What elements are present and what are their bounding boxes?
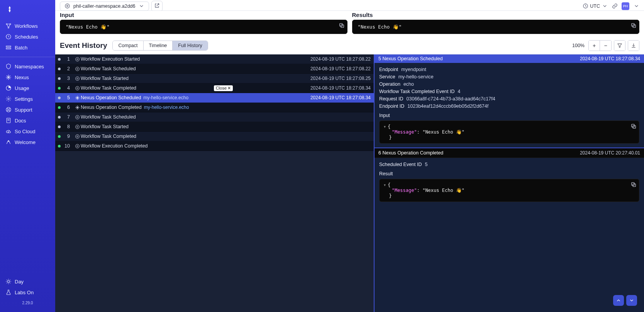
event-name: Workflow Task Scheduled bbox=[81, 66, 138, 71]
day-icon bbox=[5, 278, 12, 285]
workflow-icon bbox=[74, 76, 81, 81]
svg-point-34 bbox=[76, 126, 78, 127]
event-number: 1 bbox=[63, 56, 74, 62]
detail-header-2: 6 Nexus Operation Completed 2024-08-19 U… bbox=[375, 148, 644, 158]
sidebar-item-batch[interactable]: Batch bbox=[0, 42, 55, 53]
zoom-out-button[interactable]: − bbox=[600, 40, 612, 51]
event-row[interactable]: 1Workflow Execution Started2024-08-19 UT… bbox=[55, 54, 374, 64]
avatar[interactable]: PH bbox=[622, 2, 629, 10]
nexus-icon bbox=[74, 95, 81, 100]
zoom-label: 100% bbox=[572, 43, 585, 48]
sidebar-item-schedules[interactable]: Schedules bbox=[0, 31, 55, 42]
sidebar-item-label: Batch bbox=[15, 45, 27, 51]
event-row[interactable]: 7Workflow Task Scheduled bbox=[55, 112, 374, 122]
sidebar-item-settings[interactable]: Settings bbox=[0, 93, 55, 104]
chevron-down-icon[interactable]: ▾ bbox=[383, 182, 386, 188]
event-number: 6 bbox=[63, 105, 74, 110]
kv-row: Endpoint ID 1023b4eaf12d4cccb69eb05d2f2d… bbox=[379, 103, 639, 109]
support-icon bbox=[5, 107, 12, 113]
event-row[interactable]: 2Workflow Task Scheduled2024-08-19 UTC 1… bbox=[55, 64, 374, 74]
event-name: Workflow Task Started bbox=[81, 124, 131, 129]
event-row[interactable]: 6Nexus Operation Completedmy-hello-servi… bbox=[55, 103, 374, 112]
logo[interactable] bbox=[0, 4, 55, 20]
detail-title: 5 Nexus Operation Scheduled bbox=[378, 56, 443, 61]
sidebar-item-so-cloud[interactable]: So Cloud bbox=[0, 126, 55, 137]
workflow-icon bbox=[74, 115, 81, 120]
chevron-down-icon[interactable]: ▾ bbox=[383, 124, 386, 129]
namespace-name: phil-caller-namespace.a2dd6 bbox=[73, 3, 136, 9]
sidebar-item-day[interactable]: Day bbox=[0, 276, 55, 287]
kv-key: Request ID bbox=[379, 96, 403, 102]
kv-row: Scheduled Event ID 5 bbox=[379, 162, 639, 167]
filter-button[interactable] bbox=[614, 40, 625, 51]
usage-icon bbox=[5, 85, 12, 91]
results-value: "Nexus Echo 👋" bbox=[358, 24, 402, 30]
svg-point-7 bbox=[8, 98, 9, 100]
svg-point-37 bbox=[75, 144, 79, 148]
scroll-down-button[interactable] bbox=[626, 295, 637, 306]
svg-point-25 bbox=[75, 67, 79, 71]
sidebar-item-welcome[interactable]: Welcome bbox=[0, 137, 55, 148]
kv-row: Workflow Task Completed Event ID 4 bbox=[379, 89, 639, 94]
copy-icon[interactable] bbox=[630, 123, 637, 129]
copy-icon[interactable] bbox=[339, 22, 345, 29]
sidebar-item-labs-on[interactable]: Labs On bbox=[0, 287, 55, 298]
event-row[interactable]: 5Nexus Operation Scheduledmy-hello-servi… bbox=[55, 93, 374, 103]
svg-point-0 bbox=[6, 24, 7, 25]
close-button[interactable]: Close ✕ bbox=[214, 85, 233, 91]
event-number: 7 bbox=[63, 114, 74, 120]
timezone-selector[interactable]: UTC bbox=[582, 3, 608, 9]
schedules-icon bbox=[5, 34, 12, 40]
kv-key: Workflow Task Completed Event ID bbox=[379, 89, 454, 94]
event-name: Nexus Operation Scheduled bbox=[81, 95, 143, 100]
payload-value: "Nexus Echo 👋" bbox=[422, 188, 464, 193]
input-label: Input bbox=[60, 12, 347, 18]
event-row[interactable]: 9Workflow Task Completed bbox=[55, 132, 374, 141]
event-name: Workflow Execution Completed bbox=[81, 143, 150, 149]
open-external-button[interactable] bbox=[151, 1, 163, 12]
workflow-icon bbox=[74, 134, 81, 139]
sidebar-item-label: Nexus bbox=[15, 75, 29, 80]
workflow-icon bbox=[74, 57, 81, 62]
event-service: my-hello-service.echo bbox=[143, 95, 188, 100]
tab-compact[interactable]: Compact bbox=[113, 41, 143, 50]
chevron-down-icon[interactable] bbox=[633, 3, 639, 9]
workflow-icon bbox=[74, 66, 81, 71]
link-icon[interactable] bbox=[612, 3, 618, 9]
event-name: Workflow Task Completed bbox=[81, 85, 139, 91]
close-icon: ✕ bbox=[227, 86, 231, 91]
namespace-selector[interactable]: phil-caller-namespace.a2dd6 bbox=[60, 2, 149, 11]
event-number: 3 bbox=[63, 76, 74, 81]
event-row[interactable]: 4Workflow Task CompletedClose ✕2024-08-1… bbox=[55, 83, 374, 93]
sidebar-item-support[interactable]: Support bbox=[0, 104, 55, 115]
detail-panel: 5 Nexus Operation Scheduled 2024-08-19 U… bbox=[374, 54, 644, 312]
copy-icon[interactable] bbox=[630, 22, 637, 29]
event-row[interactable]: 3Workflow Task Started2024-08-19 UTC 18:… bbox=[55, 74, 374, 83]
event-name: Nexus Operation Completed bbox=[81, 105, 144, 110]
sidebar-item-workflows[interactable]: Workflows bbox=[0, 20, 55, 31]
event-row[interactable]: 8Workflow Task Started bbox=[55, 122, 374, 132]
download-button[interactable] bbox=[628, 40, 639, 51]
event-row[interactable]: 10Workflow Execution Completed bbox=[55, 141, 374, 151]
scroll-up-button[interactable] bbox=[613, 295, 624, 306]
sidebar-item-nexus[interactable]: Nexus bbox=[0, 72, 55, 83]
detail-title: 6 Nexus Operation Completed bbox=[378, 150, 443, 156]
event-timestamp: 2024-08-19 UTC 18:27:08.22 bbox=[310, 66, 371, 71]
kv-value: 03066a8f-c724-4b73-a38d-aad64c7c17f4 bbox=[407, 96, 495, 102]
sidebar-item-namespaces[interactable]: Namespaces bbox=[0, 61, 55, 72]
sidebar-item-usage[interactable]: Usage bbox=[0, 83, 55, 93]
svg-point-31 bbox=[75, 115, 79, 119]
tab-full-history[interactable]: Full History bbox=[173, 41, 208, 50]
copy-icon[interactable] bbox=[630, 181, 637, 188]
labs-icon bbox=[5, 289, 12, 295]
zoom-in-button[interactable]: + bbox=[588, 40, 600, 51]
results-label: Results bbox=[352, 12, 640, 18]
detail-result-label: Result bbox=[379, 171, 639, 176]
sidebar-item-docs[interactable]: Docs bbox=[0, 115, 55, 126]
svg-point-32 bbox=[76, 116, 78, 117]
nexus-icon bbox=[5, 74, 12, 80]
detail-ts: 2024-08-19 UTC 20:27:40.01 bbox=[580, 150, 640, 156]
tab-timeline[interactable]: Timeline bbox=[144, 41, 173, 50]
svg-point-26 bbox=[76, 68, 78, 69]
svg-point-29 bbox=[75, 86, 79, 90]
